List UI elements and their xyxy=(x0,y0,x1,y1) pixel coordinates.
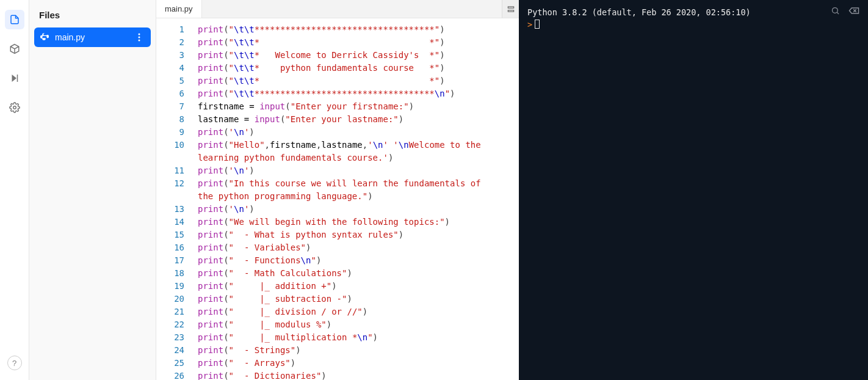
file-item-label: main.py xyxy=(55,32,85,42)
code-content[interactable]: print("\t\t*****************************… xyxy=(192,18,519,380)
help-icon[interactable]: ? xyxy=(7,356,22,370)
terminal-cursor xyxy=(535,20,540,29)
line-gutter: 12345678910.1112.13141516171819202122232… xyxy=(156,18,192,380)
code-editor[interactable]: 12345678910.1112.13141516171819202122232… xyxy=(156,18,519,380)
clear-icon[interactable] xyxy=(848,6,859,15)
file-item-main[interactable]: main.py xyxy=(34,27,151,47)
svg-point-7 xyxy=(833,8,838,13)
editor-tabs: main.py xyxy=(156,0,519,18)
nav-run-icon[interactable] xyxy=(5,68,24,88)
tab-menu-icon[interactable] xyxy=(502,0,519,18)
files-panel: Files main.py xyxy=(29,0,156,380)
left-nav: ? xyxy=(0,0,29,380)
terminal[interactable]: Python 3.8.2 (default, Feb 26 2020, 02:5… xyxy=(519,0,868,380)
terminal-prompt-line[interactable]: > xyxy=(527,18,859,31)
terminal-actions xyxy=(831,6,859,15)
svg-point-3 xyxy=(139,37,140,38)
svg-point-1 xyxy=(13,106,16,109)
python-icon xyxy=(40,32,50,42)
svg-rect-0 xyxy=(16,75,18,82)
nav-files-icon[interactable] xyxy=(5,10,24,29)
svg-point-2 xyxy=(139,34,140,35)
nav-packages-icon[interactable] xyxy=(5,39,24,59)
terminal-header: Python 3.8.2 (default, Feb 26 2020, 02:5… xyxy=(527,6,859,18)
search-icon[interactable] xyxy=(831,6,840,15)
nav-settings-icon[interactable] xyxy=(5,98,24,117)
tab-main[interactable]: main.py xyxy=(156,0,202,18)
svg-rect-5 xyxy=(508,6,513,7)
files-panel-title: Files xyxy=(34,7,151,27)
editor-area: main.py 12345678910.1112.131415161718192… xyxy=(156,0,519,380)
file-item-more-icon[interactable] xyxy=(134,33,145,42)
svg-rect-6 xyxy=(508,10,513,11)
terminal-prompt: > xyxy=(527,20,532,29)
svg-point-4 xyxy=(139,40,140,42)
